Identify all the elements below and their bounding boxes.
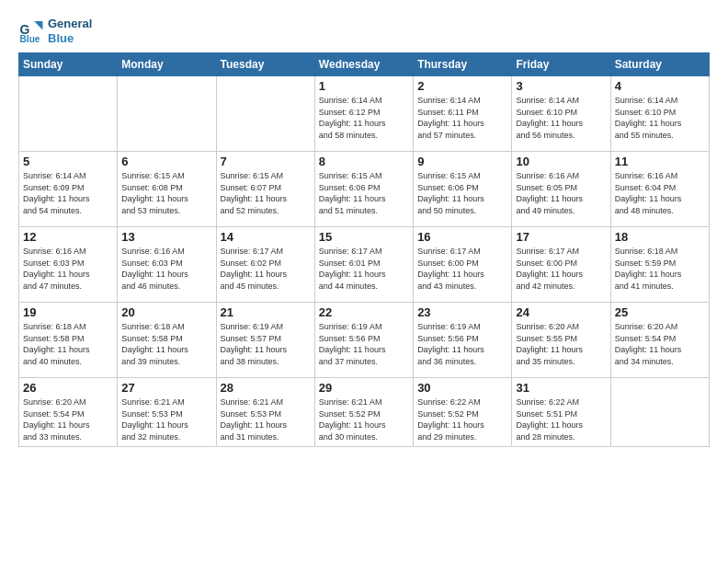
day-number: 20 xyxy=(121,305,211,319)
day-number: 16 xyxy=(417,230,507,244)
calendar-cell: 12Sunrise: 6:16 AMSunset: 6:03 PMDayligh… xyxy=(19,227,118,303)
calendar-cell: 7Sunrise: 6:15 AMSunset: 6:07 PMDaylight… xyxy=(216,152,314,227)
day-info: Sunrise: 6:15 AMSunset: 6:06 PMDaylight:… xyxy=(417,170,507,216)
calendar-cell: 25Sunrise: 6:20 AMSunset: 5:54 PMDayligh… xyxy=(610,303,709,378)
weekday-header-row: Sunday Monday Tuesday Wednesday Thursday… xyxy=(19,53,710,76)
calendar-cell: 1Sunrise: 6:14 AMSunset: 6:12 PMDaylight… xyxy=(314,76,413,152)
day-number: 10 xyxy=(516,155,606,168)
day-info: Sunrise: 6:19 AMSunset: 5:56 PMDaylight:… xyxy=(319,321,409,367)
header-thursday: Thursday xyxy=(414,53,512,76)
calendar-cell: 3Sunrise: 6:14 AMSunset: 6:10 PMDaylight… xyxy=(512,76,610,152)
calendar-cell: 23Sunrise: 6:19 AMSunset: 5:56 PMDayligh… xyxy=(414,303,512,378)
calendar-cell xyxy=(610,378,709,446)
day-info: Sunrise: 6:20 AMSunset: 5:55 PMDaylight:… xyxy=(516,321,606,367)
day-number: 22 xyxy=(319,305,409,319)
calendar-table: Sunday Monday Tuesday Wednesday Thursday… xyxy=(18,52,710,446)
day-info: Sunrise: 6:14 AMSunset: 6:10 PMDaylight:… xyxy=(516,95,606,141)
calendar-cell: 9Sunrise: 6:15 AMSunset: 6:06 PMDaylight… xyxy=(414,152,512,227)
day-number: 18 xyxy=(615,230,705,244)
day-number: 30 xyxy=(417,381,507,395)
calendar-cell: 27Sunrise: 6:21 AMSunset: 5:53 PMDayligh… xyxy=(118,378,216,446)
calendar-cell: 31Sunrise: 6:22 AMSunset: 5:51 PMDayligh… xyxy=(512,378,610,446)
day-number: 3 xyxy=(516,79,606,93)
day-info: Sunrise: 6:16 AMSunset: 6:05 PMDaylight:… xyxy=(516,170,606,216)
day-info: Sunrise: 6:21 AMSunset: 5:53 PMDaylight:… xyxy=(221,396,311,442)
day-info: Sunrise: 6:17 AMSunset: 6:02 PMDaylight:… xyxy=(221,246,311,292)
day-number: 19 xyxy=(23,305,113,319)
day-info: Sunrise: 6:17 AMSunset: 6:00 PMDaylight:… xyxy=(417,246,507,292)
day-number: 5 xyxy=(23,155,113,168)
day-info: Sunrise: 6:14 AMSunset: 6:10 PMDaylight:… xyxy=(615,95,705,141)
day-info: Sunrise: 6:18 AMSunset: 5:58 PMDaylight:… xyxy=(121,321,211,367)
header-saturday: Saturday xyxy=(610,53,709,76)
day-number: 15 xyxy=(319,230,409,244)
day-number: 29 xyxy=(319,381,409,395)
day-info: Sunrise: 6:16 AMSunset: 6:03 PMDaylight:… xyxy=(121,246,211,292)
calendar-cell: 2Sunrise: 6:14 AMSunset: 6:11 PMDaylight… xyxy=(414,76,512,152)
day-info: Sunrise: 6:16 AMSunset: 6:04 PMDaylight:… xyxy=(615,170,705,216)
calendar-cell: 17Sunrise: 6:17 AMSunset: 6:00 PMDayligh… xyxy=(512,227,610,303)
day-number: 4 xyxy=(615,79,705,93)
day-info: Sunrise: 6:18 AMSunset: 5:58 PMDaylight:… xyxy=(23,321,113,367)
calendar-cell: 16Sunrise: 6:17 AMSunset: 6:00 PMDayligh… xyxy=(414,227,512,303)
calendar-cell: 30Sunrise: 6:22 AMSunset: 5:52 PMDayligh… xyxy=(414,378,512,446)
day-info: Sunrise: 6:20 AMSunset: 5:54 PMDaylight:… xyxy=(615,321,705,367)
calendar-week-row: 12Sunrise: 6:16 AMSunset: 6:03 PMDayligh… xyxy=(19,227,710,303)
day-number: 28 xyxy=(221,381,311,395)
calendar-cell xyxy=(216,76,314,152)
calendar-cell xyxy=(118,76,216,152)
header-tuesday: Tuesday xyxy=(216,53,314,76)
day-number: 31 xyxy=(516,381,606,395)
logo-general: General xyxy=(48,17,92,31)
day-number: 13 xyxy=(121,230,211,244)
calendar-cell: 13Sunrise: 6:16 AMSunset: 6:03 PMDayligh… xyxy=(118,227,216,303)
day-info: Sunrise: 6:17 AMSunset: 6:01 PMDaylight:… xyxy=(319,246,409,292)
calendar-week-row: 5Sunrise: 6:14 AMSunset: 6:09 PMDaylight… xyxy=(19,152,710,227)
calendar-cell: 10Sunrise: 6:16 AMSunset: 6:05 PMDayligh… xyxy=(512,152,610,227)
logo-icon: G Blue xyxy=(18,18,44,44)
calendar-cell: 21Sunrise: 6:19 AMSunset: 5:57 PMDayligh… xyxy=(216,303,314,378)
calendar-cell: 22Sunrise: 6:19 AMSunset: 5:56 PMDayligh… xyxy=(314,303,413,378)
day-number: 23 xyxy=(417,305,507,319)
header-monday: Monday xyxy=(118,53,216,76)
day-info: Sunrise: 6:14 AMSunset: 6:12 PMDaylight:… xyxy=(319,95,409,141)
calendar-cell xyxy=(19,76,118,152)
header-sunday: Sunday xyxy=(19,53,118,76)
day-number: 12 xyxy=(23,230,113,244)
svg-text:Blue: Blue xyxy=(20,34,40,44)
day-info: Sunrise: 6:21 AMSunset: 5:52 PMDaylight:… xyxy=(319,396,409,442)
calendar-cell: 29Sunrise: 6:21 AMSunset: 5:52 PMDayligh… xyxy=(314,378,413,446)
day-info: Sunrise: 6:22 AMSunset: 5:51 PMDaylight:… xyxy=(516,396,606,442)
day-number: 11 xyxy=(615,155,705,168)
day-number: 2 xyxy=(417,79,507,93)
day-info: Sunrise: 6:19 AMSunset: 5:57 PMDaylight:… xyxy=(221,321,311,367)
calendar-week-row: 19Sunrise: 6:18 AMSunset: 5:58 PMDayligh… xyxy=(19,303,710,378)
header-friday: Friday xyxy=(512,53,610,76)
day-info: Sunrise: 6:15 AMSunset: 6:06 PMDaylight:… xyxy=(319,170,409,216)
logo: G Blue General Blue xyxy=(18,17,92,45)
calendar-cell: 5Sunrise: 6:14 AMSunset: 6:09 PMDaylight… xyxy=(19,152,118,227)
day-info: Sunrise: 6:20 AMSunset: 5:54 PMDaylight:… xyxy=(23,396,113,442)
calendar-cell: 4Sunrise: 6:14 AMSunset: 6:10 PMDaylight… xyxy=(610,76,709,152)
day-info: Sunrise: 6:14 AMSunset: 6:09 PMDaylight:… xyxy=(23,170,113,216)
day-number: 25 xyxy=(615,305,705,319)
day-info: Sunrise: 6:18 AMSunset: 5:59 PMDaylight:… xyxy=(615,246,705,292)
day-info: Sunrise: 6:17 AMSunset: 6:00 PMDaylight:… xyxy=(516,246,606,292)
calendar-week-row: 26Sunrise: 6:20 AMSunset: 5:54 PMDayligh… xyxy=(19,378,710,446)
day-number: 24 xyxy=(516,305,606,319)
day-number: 14 xyxy=(221,230,311,244)
calendar-cell: 24Sunrise: 6:20 AMSunset: 5:55 PMDayligh… xyxy=(512,303,610,378)
day-number: 8 xyxy=(319,155,409,168)
calendar-cell: 20Sunrise: 6:18 AMSunset: 5:58 PMDayligh… xyxy=(118,303,216,378)
day-info: Sunrise: 6:21 AMSunset: 5:53 PMDaylight:… xyxy=(121,396,211,442)
calendar-cell: 15Sunrise: 6:17 AMSunset: 6:01 PMDayligh… xyxy=(314,227,413,303)
day-info: Sunrise: 6:19 AMSunset: 5:56 PMDaylight:… xyxy=(417,321,507,367)
calendar-cell: 26Sunrise: 6:20 AMSunset: 5:54 PMDayligh… xyxy=(19,378,118,446)
day-info: Sunrise: 6:16 AMSunset: 6:03 PMDaylight:… xyxy=(23,246,113,292)
calendar-cell: 28Sunrise: 6:21 AMSunset: 5:53 PMDayligh… xyxy=(216,378,314,446)
day-info: Sunrise: 6:22 AMSunset: 5:52 PMDaylight:… xyxy=(417,396,507,442)
calendar-cell: 6Sunrise: 6:15 AMSunset: 6:08 PMDaylight… xyxy=(118,152,216,227)
header-wednesday: Wednesday xyxy=(314,53,413,76)
day-info: Sunrise: 6:15 AMSunset: 6:07 PMDaylight:… xyxy=(221,170,311,216)
calendar-cell: 18Sunrise: 6:18 AMSunset: 5:59 PMDayligh… xyxy=(610,227,709,303)
